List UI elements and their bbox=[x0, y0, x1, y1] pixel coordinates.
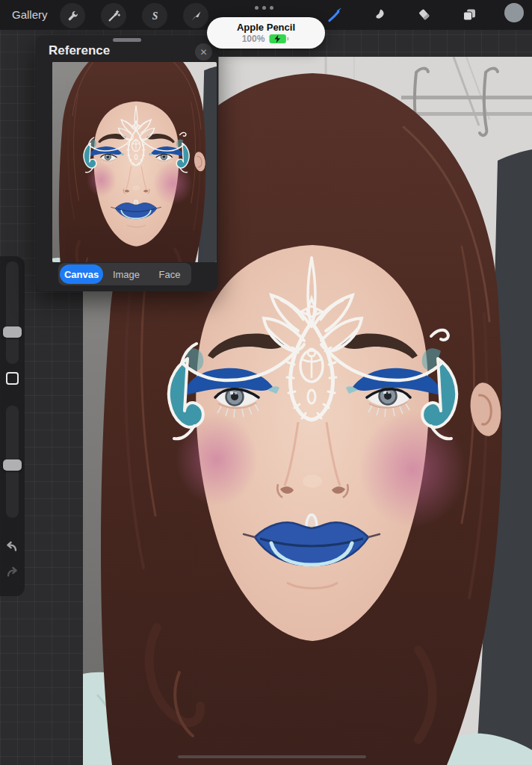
modify-button[interactable] bbox=[6, 372, 19, 385]
undo-icon[interactable] bbox=[4, 539, 20, 555]
drag-handle[interactable] bbox=[113, 38, 141, 42]
svg-text:S: S bbox=[152, 10, 158, 22]
reference-tabs: Canvas Image Face bbox=[58, 263, 191, 285]
brush-size-slider[interactable] bbox=[6, 261, 19, 364]
color-swatch-button[interactable] bbox=[504, 3, 524, 22]
selection-button[interactable]: S bbox=[142, 3, 167, 28]
opacity-handle[interactable] bbox=[3, 459, 22, 471]
reference-panel-title: Reference bbox=[49, 43, 110, 58]
transform-button[interactable] bbox=[183, 3, 208, 28]
battery-charging-icon bbox=[269, 34, 290, 44]
layers-icon bbox=[461, 7, 477, 23]
wrench-icon bbox=[66, 9, 80, 23]
reference-image[interactable] bbox=[52, 62, 217, 262]
home-indicator[interactable] bbox=[178, 755, 366, 758]
layers-button[interactable] bbox=[460, 6, 478, 24]
magic-wand-icon bbox=[107, 9, 121, 23]
tab-image[interactable]: Image bbox=[105, 263, 148, 285]
canvas-options-icon[interactable] bbox=[255, 6, 273, 10]
close-icon[interactable]: ✕ bbox=[195, 43, 212, 61]
eraser-icon bbox=[416, 7, 433, 23]
procreate-app: Reference ✕ Canvas Image Face Gallery bbox=[0, 0, 532, 765]
brush-size-handle[interactable] bbox=[3, 326, 22, 338]
adjustments-button[interactable] bbox=[101, 3, 126, 28]
paint-brush-icon bbox=[326, 6, 344, 24]
apple-pencil-popup: Apple Pencil 100% bbox=[207, 17, 325, 49]
brush-sidebar bbox=[0, 256, 25, 596]
paint-brush-button[interactable] bbox=[326, 6, 344, 24]
smudge-icon bbox=[371, 7, 388, 23]
smudge-button[interactable] bbox=[371, 6, 389, 24]
battery-percent: 100% bbox=[242, 34, 265, 44]
gallery-button[interactable]: Gallery bbox=[12, 0, 48, 30]
redo-icon[interactable] bbox=[4, 564, 20, 580]
tab-canvas[interactable]: Canvas bbox=[60, 264, 103, 284]
reference-panel: Reference ✕ Canvas Image Face bbox=[36, 35, 218, 291]
actions-button[interactable] bbox=[60, 3, 85, 28]
selection-s-icon: S bbox=[148, 9, 162, 23]
transform-arrow-icon bbox=[189, 9, 203, 23]
apple-pencil-title: Apple Pencil bbox=[237, 22, 295, 33]
eraser-button[interactable] bbox=[415, 6, 433, 24]
tab-face[interactable]: Face bbox=[148, 263, 191, 285]
